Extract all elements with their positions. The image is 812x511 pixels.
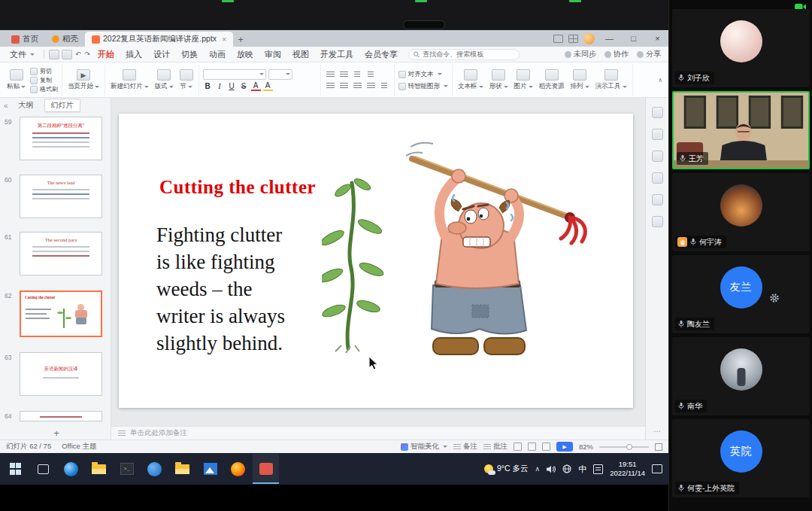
- smart-beautify-button[interactable]: 智能美化: [401, 442, 447, 452]
- taskbar-app-terminal[interactable]: >_: [114, 454, 140, 484]
- align-left-button[interactable]: [325, 81, 336, 91]
- theme-name[interactable]: Office 主题: [62, 442, 96, 452]
- zoom-level[interactable]: 82%: [579, 443, 593, 451]
- taskbar-app-explorer[interactable]: [86, 454, 112, 484]
- highlight-color-button[interactable]: A: [263, 82, 273, 91]
- tray-overflow-chevron[interactable]: ∧: [535, 465, 541, 473]
- action-center-icon[interactable]: [652, 464, 662, 473]
- participant-tile[interactable]: 南华: [672, 337, 810, 415]
- normal-view-icon[interactable]: [514, 443, 522, 451]
- close-button[interactable]: ×: [648, 30, 667, 47]
- layout-switch-icon[interactable]: [553, 35, 563, 43]
- weather-widget[interactable]: 9°C 多云: [484, 464, 529, 474]
- redo-icon[interactable]: ↷: [85, 50, 91, 58]
- docer-assets-button[interactable]: 稻壳资源: [538, 69, 566, 91]
- picture-button[interactable]: 图片: [513, 69, 535, 91]
- participant-tile-active-speaker[interactable]: 王芳: [672, 91, 810, 169]
- arrange-button[interactable]: 排列: [569, 69, 591, 91]
- animation-pane-ic[interactable]: [652, 129, 663, 140]
- style-pane-icon[interactable]: [652, 107, 663, 118]
- taskbar-app-photos[interactable]: [197, 454, 223, 484]
- taskbar-app-folder2[interactable]: [169, 454, 195, 484]
- selection-pane-icon[interactable]: [652, 194, 663, 205]
- line-spacing-button[interactable]: [379, 81, 390, 91]
- undo-icon[interactable]: ↶: [75, 50, 81, 58]
- paste-button[interactable]: 粘贴: [5, 69, 27, 91]
- align-center-button[interactable]: [338, 81, 350, 91]
- taskbar-app-browser[interactable]: [141, 454, 168, 484]
- format-painter-button[interactable]: 格式刷: [30, 85, 58, 93]
- bold-button[interactable]: B: [203, 81, 213, 92]
- tab-docer[interactable]: 稻壳: [45, 32, 85, 47]
- taskbar-app-wps[interactable]: [253, 454, 279, 484]
- bullets-button[interactable]: [325, 70, 336, 80]
- menu-item-review[interactable]: 审阅: [259, 47, 286, 62]
- menu-item-design[interactable]: 设计: [148, 47, 175, 62]
- menu-item-membership[interactable]: 会员专享: [359, 47, 403, 62]
- zoom-slider-knob[interactable]: [626, 444, 632, 450]
- to-smartart-button[interactable]: 转智能图形: [398, 82, 449, 91]
- taskbar-app-edge[interactable]: [58, 454, 84, 484]
- cut-button[interactable]: 剪切: [30, 67, 58, 75]
- tab-slides[interactable]: 幻灯片: [44, 99, 80, 112]
- slide-sorter-view-icon[interactable]: [528, 443, 536, 451]
- account-avatar[interactable]: [583, 33, 595, 44]
- menu-item-insert[interactable]: 插入: [120, 47, 147, 62]
- more-tools-button[interactable]: …: [653, 425, 661, 433]
- sync-status[interactable]: 未同步: [565, 49, 596, 59]
- collapse-panel-button[interactable]: «: [4, 102, 8, 110]
- taskbar-clock[interactable]: 19:51 2022/11/14: [610, 460, 645, 479]
- file-menu[interactable]: 文件: [5, 49, 40, 60]
- menu-item-view[interactable]: 视图: [287, 47, 314, 62]
- underline-button[interactable]: U: [227, 81, 237, 92]
- section-button[interactable]: 节: [178, 69, 195, 91]
- ime-language-indicator[interactable]: 中: [578, 464, 586, 475]
- meeting-floating-bar[interactable]: [403, 20, 445, 29]
- print-icon[interactable]: [62, 50, 72, 59]
- current-slide[interactable]: Cutting the clutter Fighting clutter is …: [119, 114, 633, 408]
- font-color-button[interactable]: A: [251, 82, 261, 91]
- strikethrough-button[interactable]: S: [239, 81, 249, 92]
- layout-button[interactable]: 版式: [153, 69, 175, 91]
- task-view-button[interactable]: [30, 454, 56, 484]
- reading-view-icon[interactable]: [542, 443, 550, 451]
- slideshow-play-button[interactable]: ▶: [556, 442, 573, 452]
- slide-canvas[interactable]: Cutting the clutter Fighting clutter is …: [111, 98, 645, 426]
- align-right-button[interactable]: [352, 81, 363, 91]
- ime-keyboard-icon[interactable]: [593, 464, 603, 474]
- menu-item-devtools[interactable]: 开发工具: [315, 47, 359, 62]
- search-input[interactable]: [423, 50, 514, 58]
- network-icon[interactable]: [562, 464, 571, 473]
- help-pane-icon[interactable]: [652, 216, 663, 227]
- new-slide-button[interactable]: 新建幻灯片: [109, 69, 150, 91]
- add-slide-button[interactable]: +: [48, 427, 65, 440]
- minimize-button[interactable]: —: [600, 30, 619, 47]
- restore-button[interactable]: □: [624, 30, 643, 47]
- numbering-button[interactable]: [338, 70, 350, 80]
- taskbar-app-orange[interactable]: [225, 454, 251, 484]
- copy-button[interactable]: 复制: [30, 76, 58, 84]
- tab-outline[interactable]: 大纲: [13, 99, 40, 111]
- ribbon-collapse-control[interactable]: ∧: [653, 77, 667, 84]
- participant-tile[interactable]: 友兰 陶友兰: [672, 255, 810, 333]
- menu-item-animation[interactable]: 动画: [204, 47, 231, 62]
- speaker-icon[interactable]: [547, 465, 556, 473]
- fit-window-icon[interactable]: [655, 443, 662, 451]
- new-tab-button[interactable]: +: [233, 32, 248, 47]
- font-size-select[interactable]: [268, 69, 292, 80]
- shrink-font-button[interactable]: [307, 69, 317, 80]
- comments-toggle[interactable]: 批注: [483, 442, 508, 452]
- increase-indent-button[interactable]: [365, 70, 377, 80]
- comment-pane-icon[interactable]: [652, 172, 663, 184]
- transition-pane-icon[interactable]: [652, 151, 663, 162]
- menu-item-home[interactable]: 开始: [92, 47, 120, 62]
- grow-font-button[interactable]: [295, 69, 304, 80]
- shapes-button[interactable]: 形状: [488, 69, 510, 91]
- menu-item-slideshow[interactable]: 放映: [232, 47, 259, 62]
- play-from-current-button[interactable]: ▶ 当页开始: [66, 69, 101, 91]
- save-icon[interactable]: [49, 50, 59, 59]
- menu-item-transitions[interactable]: 切换: [176, 47, 203, 62]
- align-text-button[interactable]: 对齐文本: [398, 70, 449, 79]
- italic-button[interactable]: I: [215, 81, 225, 92]
- decrease-indent-button[interactable]: [352, 70, 363, 80]
